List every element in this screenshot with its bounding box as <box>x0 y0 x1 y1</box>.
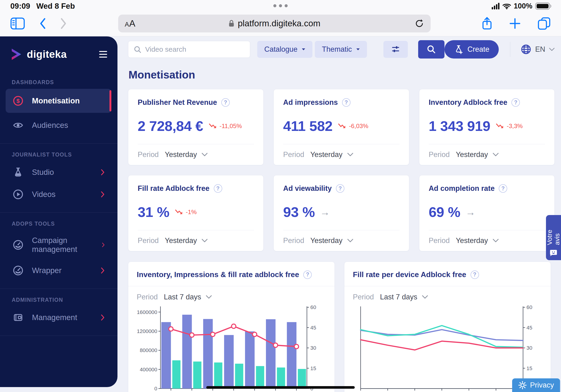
cellular-signal-icon <box>492 3 500 10</box>
svg-text:60: 60 <box>310 304 316 310</box>
period-select[interactable]: Yesterday <box>165 150 208 159</box>
thematic-dropdown[interactable]: Thematic <box>315 41 367 58</box>
svg-text:$: $ <box>16 98 20 104</box>
kpi-value: 31 % <box>138 204 169 220</box>
kpi-card-ad-viewability: Ad viewability ? 93 % → Period Yesterday <box>273 175 409 251</box>
section-adops-tools: ADOPS TOOLS <box>12 221 108 227</box>
text-size-button[interactable]: AA <box>125 18 136 29</box>
chevron-down-icon <box>549 48 555 51</box>
help-icon[interactable]: ? <box>342 98 351 107</box>
chevron-right-icon <box>101 191 105 198</box>
tabs-icon[interactable] <box>538 17 551 30</box>
period-select[interactable]: Last 7 days <box>164 293 212 301</box>
flask-icon <box>13 167 23 178</box>
help-icon[interactable]: ? <box>221 98 230 107</box>
period-select[interactable]: Yesterday <box>456 236 499 245</box>
sidebar-item-management[interactable]: Management <box>9 306 108 328</box>
period-select[interactable]: Yesterday <box>456 150 499 159</box>
feedback-tab-label: Votre avis <box>546 219 561 245</box>
trend-down: -6,03% <box>338 122 368 130</box>
chat-smiley-icon <box>549 249 558 256</box>
caret-down-icon <box>302 48 305 51</box>
trend-down: -3,3% <box>496 122 523 130</box>
eye-icon <box>13 120 23 131</box>
chevron-down-icon <box>206 295 212 299</box>
back-icon[interactable] <box>39 18 46 29</box>
chevron-right-icon <box>102 241 105 248</box>
create-button[interactable]: Create <box>444 40 499 58</box>
logo-text[interactable]: digiteka <box>27 48 67 60</box>
new-tab-icon[interactable] <box>509 18 521 29</box>
sidebar-toggle-icon[interactable] <box>10 17 25 30</box>
share-icon[interactable] <box>482 17 492 30</box>
section-administration: ADMINISTRATION <box>12 297 108 303</box>
chevron-down-icon <box>493 239 499 242</box>
svg-text:1600000: 1600000 <box>137 309 157 315</box>
sidebar-item-studio[interactable]: Studio <box>9 161 108 183</box>
sidebar-item-wrapper[interactable]: Wrapper <box>9 260 108 282</box>
help-icon[interactable]: ? <box>214 184 222 193</box>
filters-button[interactable] <box>383 41 408 58</box>
gauge-icon <box>13 265 23 276</box>
period-select[interactable]: Yesterday <box>310 150 353 159</box>
section-dashboards: DASHBOARDS <box>12 79 108 86</box>
gauge-icon <box>13 240 23 250</box>
browser-chrome: 09:09 Wed 8 Feb 100% <box>0 0 561 36</box>
kpi-value: 411 582 <box>283 118 332 134</box>
gear-icon <box>518 381 527 389</box>
svg-text:0: 0 <box>154 386 157 392</box>
svg-text:1200000: 1200000 <box>137 328 157 334</box>
kpi-value: 1 343 919 <box>429 118 490 134</box>
chart-card-inventory-impressions-fir: Inventory, Impressions & fill rate adblo… <box>128 261 335 392</box>
search-submit-button[interactable] <box>418 40 444 58</box>
safari-toolbar: AA platform.digiteka.com <box>0 11 561 36</box>
chevron-right-icon <box>101 314 105 321</box>
svg-text:800000: 800000 <box>140 347 157 353</box>
sidebar-item-videos[interactable]: Videos <box>9 183 108 205</box>
chevron-down-icon <box>202 153 208 156</box>
feedback-tab[interactable]: Votre avis <box>546 215 561 260</box>
sidebar-item-audiences[interactable]: Audiences <box>9 114 108 136</box>
chevron-down-icon <box>493 153 499 156</box>
svg-text:45: 45 <box>310 325 316 331</box>
help-icon[interactable]: ? <box>511 98 520 107</box>
catalogue-dropdown[interactable]: Catalogue <box>257 41 313 58</box>
top-toolbar: Catalogue Thematic <box>128 40 555 58</box>
svg-text:15: 15 <box>527 365 532 371</box>
dollar-circle-icon: $ <box>13 95 23 106</box>
sidebar-item-monetisation[interactable]: $ Monetisation <box>6 89 111 113</box>
trend-down: -1% <box>174 208 197 216</box>
main-content: Catalogue Thematic <box>118 36 561 392</box>
language-selector[interactable]: EN <box>510 42 555 57</box>
help-icon[interactable]: ? <box>471 271 479 279</box>
sidebar: digiteka DASHBOARDS $ Monetisation Audie… <box>0 36 118 387</box>
play-circle-icon <box>13 189 23 200</box>
chevron-down-icon <box>422 295 428 299</box>
sidebar-item-campaign-management[interactable]: Campaign management <box>9 230 108 260</box>
kpi-card-fill-rate-adblock-free: Fill rate Adblock free ? 31 % -1% P <box>128 175 264 251</box>
search-icon <box>134 46 142 54</box>
kpi-card-ad-impressions: Ad impressions ? 411 582 -6,03% Per <box>273 89 409 165</box>
reload-icon[interactable] <box>415 18 424 29</box>
address-bar[interactable]: AA platform.digiteka.com <box>118 15 431 33</box>
help-icon[interactable]: ? <box>499 184 507 193</box>
period-select[interactable]: Yesterday <box>310 236 353 245</box>
multitask-indicator-icon <box>273 4 288 7</box>
lock-icon <box>228 20 235 27</box>
video-search-input[interactable] <box>128 41 250 58</box>
period-select[interactable]: Yesterday <box>165 236 208 245</box>
trending-down-icon <box>174 209 184 216</box>
globe-icon <box>521 44 531 55</box>
svg-text:15: 15 <box>310 365 316 371</box>
menu-icon[interactable] <box>99 51 107 58</box>
help-icon[interactable]: ? <box>336 184 345 193</box>
privacy-button[interactable]: Privacy <box>512 378 560 392</box>
chevron-right-icon <box>101 169 105 176</box>
svg-text:45: 45 <box>527 325 532 331</box>
period-select[interactable]: Last 7 days <box>380 293 428 301</box>
svg-text:30: 30 <box>310 345 316 351</box>
home-indicator[interactable] <box>206 386 355 389</box>
combo-chart-canvas: 04000008000001200000160000001530456002/0… <box>137 304 326 392</box>
help-icon[interactable]: ? <box>303 271 312 279</box>
chevron-down-icon <box>347 239 353 242</box>
